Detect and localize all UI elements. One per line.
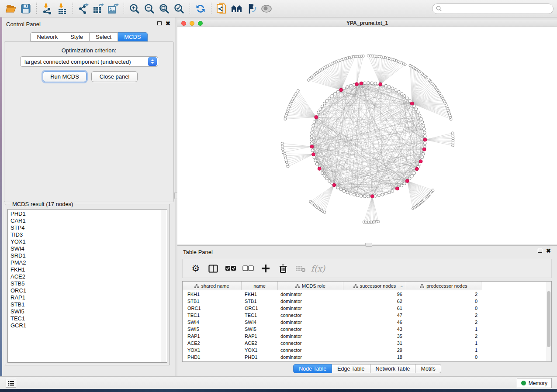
network-node[interactable] — [423, 142, 426, 145]
search-box[interactable] — [432, 3, 554, 14]
network-node[interactable] — [333, 93, 336, 96]
mcds-result-item[interactable]: TID3 — [8, 231, 161, 238]
mcds-node[interactable] — [422, 148, 426, 151]
delete-button[interactable] — [274, 261, 292, 276]
network-node[interactable] — [413, 172, 416, 175]
network-node[interactable] — [323, 102, 326, 105]
mcds-node[interactable] — [370, 195, 374, 198]
table-row[interactable]: RAP1RAP1dominator352 — [183, 333, 481, 340]
mcds-result-item[interactable]: ACE2 — [8, 273, 161, 280]
close-panel-icon[interactable]: ✖ — [546, 249, 551, 253]
export-table-button[interactable] — [91, 2, 106, 16]
network-node[interactable] — [374, 82, 377, 85]
mcds-result-item[interactable]: STP4 — [8, 224, 161, 231]
tab-node-table[interactable]: Node Table — [293, 364, 332, 373]
open-folder-button[interactable] — [3, 2, 18, 16]
network-node[interactable] — [353, 193, 356, 196]
mcds-node[interactable] — [312, 153, 315, 156]
network-node[interactable] — [346, 191, 349, 194]
network-node[interactable] — [281, 148, 284, 151]
tab-motifs[interactable]: Motifs — [415, 364, 441, 373]
network-node[interactable] — [328, 97, 331, 100]
network-node[interactable] — [397, 90, 400, 93]
mcds-result-item[interactable]: SRD1 — [8, 252, 161, 259]
network-canvas[interactable] — [177, 27, 557, 244]
refresh-button[interactable] — [193, 2, 208, 16]
network-node[interactable] — [367, 55, 370, 57]
network-node[interactable] — [406, 97, 409, 100]
column-header-predecessor-nodes[interactable]: predecessor nodes — [406, 282, 481, 290]
horizontal-splitter-handle[interactable] — [365, 243, 372, 247]
table-scrollbar-thumb[interactable] — [547, 291, 550, 347]
network-node[interactable] — [313, 121, 316, 124]
network-node[interactable] — [388, 191, 391, 194]
eye-button[interactable] — [259, 2, 274, 16]
network-node[interactable] — [317, 111, 320, 114]
search-input[interactable] — [444, 6, 550, 12]
network-node[interactable] — [394, 89, 397, 92]
network-node[interactable] — [281, 145, 284, 148]
network-node[interactable] — [308, 79, 310, 82]
network-node[interactable] — [391, 189, 394, 193]
network-node[interactable] — [422, 127, 426, 131]
mcds-result-item[interactable]: STB5 — [8, 280, 161, 287]
zoom-selected-button[interactable] — [172, 2, 187, 16]
network-node[interactable] — [312, 124, 315, 127]
network-node[interactable] — [432, 189, 434, 192]
function-builder-button[interactable]: f(x) — [309, 261, 327, 276]
zoom-in-button[interactable] — [127, 2, 142, 16]
network-node[interactable] — [346, 86, 349, 89]
column-header-name[interactable]: name — [242, 282, 278, 290]
network-node[interactable] — [413, 105, 416, 108]
network-node[interactable] — [377, 194, 381, 197]
network-node[interactable] — [367, 82, 370, 85]
mcds-result-item[interactable]: ORC1 — [8, 287, 161, 294]
deselect-all-button[interactable] — [239, 261, 257, 276]
network-node[interactable] — [310, 142, 313, 145]
mcds-result-scrollbar[interactable] — [161, 210, 166, 362]
mcds-node[interactable] — [360, 82, 363, 85]
mcds-result-item[interactable]: SWI5 — [8, 308, 161, 315]
network-node[interactable] — [391, 87, 394, 90]
mcds-result-item[interactable]: CAR1 — [8, 217, 161, 224]
mcds-node[interactable] — [423, 138, 427, 141]
network-node[interactable] — [388, 86, 391, 89]
network-node[interactable] — [363, 82, 367, 85]
zoom-fit-button[interactable] — [157, 2, 172, 16]
network-node[interactable] — [452, 132, 454, 134]
mcds-node[interactable] — [339, 88, 343, 92]
mcds-result-item[interactable]: RAP1 — [8, 294, 161, 301]
network-node[interactable] — [325, 100, 329, 103]
tab-mcds[interactable]: MCDS — [118, 32, 147, 41]
network-node[interactable] — [349, 192, 353, 195]
mcds-node[interactable] — [315, 116, 318, 119]
network-node[interactable] — [284, 118, 287, 120]
mcds-result-item[interactable]: TEC1 — [8, 315, 161, 322]
network-node[interactable] — [336, 186, 339, 189]
network-node[interactable] — [377, 220, 380, 223]
close-panel-button[interactable]: Close panel — [91, 71, 138, 82]
network-node[interactable] — [287, 165, 289, 168]
network-node[interactable] — [403, 95, 406, 98]
table-row[interactable]: ACE2ACE2connector311 — [183, 340, 481, 347]
table-row[interactable]: SWI5SWI5connector431 — [183, 326, 481, 333]
mcds-node[interactable] — [405, 179, 409, 183]
network-node[interactable] — [384, 192, 387, 195]
select-all-button[interactable] — [222, 261, 239, 276]
network-node[interactable] — [315, 162, 318, 165]
network-node[interactable] — [422, 152, 425, 155]
table-row[interactable]: TEC1TEC1connector472 — [183, 312, 481, 319]
table-row[interactable]: ORC1ORC1dominator610 — [183, 305, 481, 312]
network-node[interactable] — [381, 193, 384, 196]
tab-select[interactable]: Select — [90, 32, 118, 41]
export-network-button[interactable] — [76, 2, 91, 16]
mcds-result-item[interactable]: PHD1 — [8, 210, 161, 217]
column-header-MCDS-role[interactable]: MCDS role — [278, 282, 343, 290]
network-node[interactable] — [370, 82, 374, 85]
table-row[interactable]: YOX1YOX1connector291 — [183, 347, 481, 354]
mcds-result-list[interactable]: PHD1CAR1STP4TID3YOX1SWI4SRD1PMA2FKH1ACE2… — [7, 209, 167, 363]
mcds-result-item[interactable]: GCR1 — [8, 322, 161, 329]
network-node[interactable] — [421, 156, 424, 159]
network-node[interactable] — [423, 135, 426, 138]
run-mcds-button[interactable]: Run MCDS — [43, 71, 86, 82]
